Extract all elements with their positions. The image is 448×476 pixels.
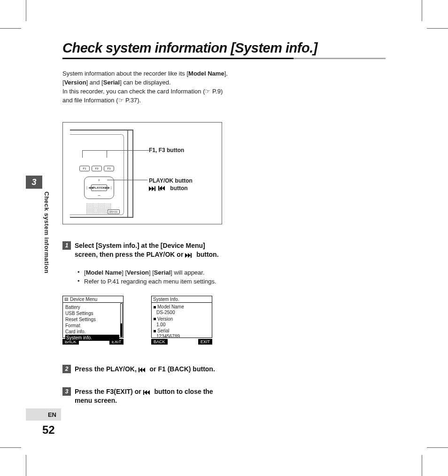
- field-value: 123456789: [154, 334, 210, 340]
- info-list: Model Name DS-2500 Version 1.00 Serial 1…: [151, 302, 212, 338]
- softkey-back: BACK: [151, 339, 168, 345]
- square-bullet-icon: [154, 318, 156, 320]
- menu-item: Battery: [65, 304, 123, 310]
- crop-mark: [26, 455, 26, 476]
- menu-list: Battery USB Settings Reset Settings Form…: [62, 302, 124, 338]
- plus-icon: +: [98, 178, 100, 183]
- text: ] can be displayed.: [120, 79, 170, 86]
- text: BACK: [170, 365, 188, 373]
- text: Serial: [157, 328, 170, 333]
- bullet-dot-icon: •: [77, 269, 84, 277]
- f2-button: F2: [92, 166, 102, 171]
- text: Press the: [75, 365, 106, 373]
- bullet-dot-icon: •: [77, 277, 84, 286]
- crop-mark: [0, 447, 21, 448]
- text: System info.: [98, 242, 137, 249]
- bullet-item: • [Model Name] [Version] [Serial] will a…: [77, 269, 223, 277]
- text: Serial: [154, 269, 170, 276]
- system-info-screen: System Info. Model Name DS-2500 Version …: [151, 296, 212, 345]
- callout-f1-f3: F1, F3 button: [149, 147, 184, 154]
- erase-button: ERASE: [108, 209, 120, 214]
- menu-item: Format: [65, 322, 123, 329]
- intro-text: System information about the recorder li…: [62, 69, 231, 105]
- step-text: Select [System info.] at the [Device Men…: [75, 241, 222, 259]
- text: Serial: [103, 79, 120, 86]
- text: Model Name: [86, 269, 122, 276]
- side-title: Check system information: [43, 192, 50, 274]
- svg-rect-3: [158, 186, 159, 191]
- rewind-icon: [143, 390, 153, 395]
- crop-mark: [427, 447, 448, 448]
- text: Version: [127, 269, 149, 276]
- menu-item-selected: System info.: [65, 335, 119, 341]
- f3-button: F3: [104, 166, 114, 171]
- menu-title: ▤ Device Menu: [62, 296, 124, 302]
- crop-mark: [26, 0, 26, 21]
- leader-line: [107, 155, 107, 158]
- callout-ff-rw: , button: [149, 185, 188, 192]
- page-title: Check system information [System info.]: [62, 40, 317, 56]
- leader-line: [82, 150, 149, 151]
- rewind-icon: [139, 368, 148, 372]
- svg-rect-9: [139, 368, 139, 372]
- square-bullet-icon: [154, 306, 156, 308]
- function-buttons: F1 F2 F3: [79, 166, 114, 171]
- language-badge: EN: [26, 408, 61, 421]
- recorder-outline: F1 F2 F3 + − ❘◀◀ ▶▶❘ PLAY/OK ERASE: [70, 130, 133, 218]
- field-label: Model Name: [154, 304, 210, 310]
- fast-forward-icon: [149, 186, 159, 191]
- menu-item: Reset Settings: [65, 316, 123, 322]
- text: ] [: [149, 269, 154, 276]
- text: [Model Name] [Version] [Serial] will app…: [84, 269, 223, 277]
- step-number: 1: [62, 241, 71, 250]
- step-text: Press the PLAY/OK, or F1 (BACK) button.: [75, 365, 222, 374]
- text: ] at the [: [137, 242, 162, 249]
- play-ok-button: PLAY/OK: [91, 184, 107, 191]
- step-2: 2 Press the PLAY/OK, or F1 (BACK) button…: [62, 365, 222, 374]
- text: PLAY/OK: [147, 251, 175, 258]
- text: Device Menu: [163, 242, 203, 249]
- scrollbar: [120, 303, 123, 337]
- text: ] will appear.: [170, 269, 204, 276]
- text: Version: [157, 316, 173, 322]
- text: System information about the recorder li…: [62, 70, 188, 77]
- svg-marker-0: [149, 186, 152, 191]
- svg-rect-2: [154, 186, 155, 191]
- text: F1: [158, 365, 165, 373]
- menu-title-text: System Info.: [153, 297, 179, 302]
- step-text: Press the F3(EXIT) or button to close th…: [75, 387, 222, 405]
- text: Press the: [75, 388, 106, 395]
- field-value: 1.00: [154, 322, 210, 328]
- f1-button: F1: [79, 166, 90, 171]
- menu-icon: ▤: [64, 297, 69, 301]
- text: or: [150, 365, 158, 373]
- recorder-edge: [127, 131, 128, 217]
- step-1: 1 Select [System info.] at the [Device M…: [62, 241, 222, 259]
- device-menu-screen: ▤ Device Menu Battery USB Settings Reset…: [62, 296, 124, 345]
- fast-forward-icon: [185, 253, 194, 258]
- page-number: 52: [42, 423, 55, 437]
- menu-item: USB Settings: [65, 310, 123, 316]
- svg-rect-8: [191, 253, 192, 258]
- text: EXIT: [116, 388, 131, 395]
- leader-line: [107, 180, 147, 180]
- svg-marker-10: [139, 368, 142, 372]
- text: Refer to P.41 regarding each menu item s…: [84, 277, 223, 286]
- menu-title-text: Device Menu: [70, 297, 97, 302]
- text: ] [: [122, 269, 127, 276]
- menu-title: System Info.: [151, 296, 212, 302]
- text: Select [: [75, 242, 98, 249]
- text: ] and [: [86, 79, 103, 86]
- text: Version: [64, 79, 86, 86]
- svg-marker-7: [188, 253, 191, 258]
- text: In this recorder, you can check the card…: [62, 88, 223, 104]
- bullet-item: • Refer to P.41 regarding each menu item…: [77, 277, 223, 286]
- svg-marker-5: [162, 186, 165, 191]
- leader-line: [82, 155, 83, 158]
- svg-marker-13: [144, 390, 147, 395]
- text: ,: [135, 365, 139, 373]
- crop-mark: [427, 28, 448, 29]
- text: F3: [106, 388, 114, 395]
- field-value: DS-2500: [154, 310, 210, 316]
- step-1-bullets: • [Model Name] [Version] [Serial] will a…: [77, 269, 223, 286]
